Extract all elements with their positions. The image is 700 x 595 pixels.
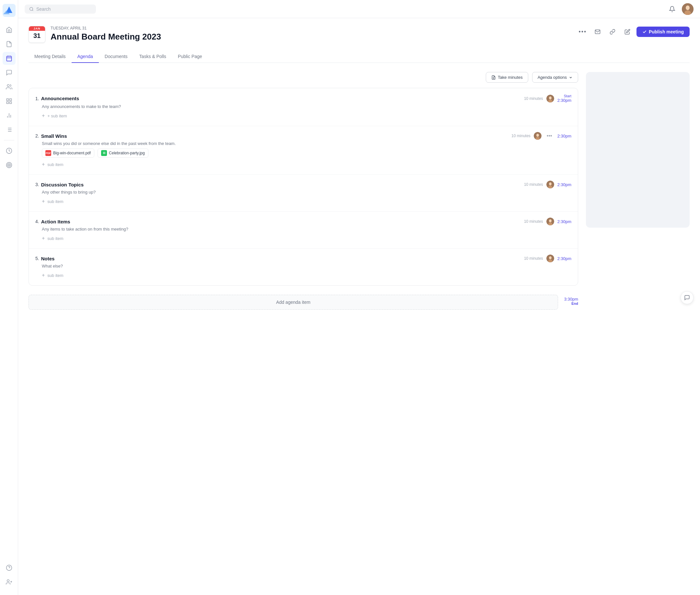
end-time: 3:30pm: [562, 297, 578, 302]
more-options-button[interactable]: •••: [577, 26, 588, 38]
tab-documents[interactable]: Documents: [99, 51, 133, 63]
agenda-item-2: 2. Small Wins 10 minutes: [29, 126, 578, 175]
agenda-item-3-header: 3. Discussion Topics 10 minutes: [35, 180, 571, 189]
item-1-title: Announcements: [41, 96, 524, 101]
sidebar-item-docs[interactable]: [3, 38, 16, 51]
item-5-number: 5.: [35, 256, 39, 261]
email-button[interactable]: [592, 26, 603, 38]
agenda-panel: Take minutes Agenda options 1. Announcem…: [29, 72, 578, 312]
attachment-pdf[interactable]: PDF Big-win-document.pdf: [42, 148, 94, 158]
topbar-right: [666, 3, 694, 15]
attachment-img[interactable]: 🖼 Celebration-party.jpg: [97, 148, 148, 158]
agenda-item-2-header: 2. Small Wins 10 minutes: [35, 132, 571, 140]
item-5-desc: What else?: [42, 264, 571, 268]
svg-point-23: [7, 163, 11, 167]
end-time-block: 3:30pm End: [562, 297, 578, 306]
search-icon: [29, 7, 34, 11]
meeting-actions: ••• Publish meeting: [577, 26, 690, 38]
svg-point-33: [686, 5, 690, 10]
agenda-options-button[interactable]: Agenda options: [532, 72, 578, 83]
calendar-day: 31: [29, 31, 45, 41]
notification-bell[interactable]: [666, 3, 678, 15]
item-3-add-sub-item[interactable]: + sub item: [35, 197, 571, 205]
agenda-list: 1. Announcements 10 minutes: [29, 88, 578, 286]
topbar: Search: [18, 0, 700, 18]
attachment-img-name: Celebration-party.jpg: [109, 151, 145, 155]
item-1-desc: Any announcements to make to the team?: [42, 104, 571, 109]
main-layout: Take minutes Agenda options 1. Announcem…: [29, 72, 690, 312]
item-2-more-button[interactable]: •••: [545, 132, 554, 139]
end-label: End: [562, 302, 578, 306]
search-box[interactable]: Search: [25, 4, 96, 13]
svg-point-30: [30, 7, 33, 10]
calendar-month: JAN: [29, 26, 45, 31]
sidebar-item-time[interactable]: [3, 144, 16, 157]
tab-meeting-details[interactable]: Meeting Details: [29, 51, 72, 63]
sidebar-divider: [4, 140, 14, 140]
sidebar-item-home[interactable]: [3, 23, 16, 36]
item-4-duration: 10 minutes: [524, 219, 543, 224]
edit-button[interactable]: [621, 26, 633, 38]
meeting-header: JAN 31 TUESDAY, APRIL 31 Annual Board Me…: [29, 26, 690, 43]
comment-fab-button[interactable]: [680, 291, 694, 304]
sidebar-item-reports[interactable]: [3, 109, 16, 122]
svg-point-27: [7, 580, 9, 582]
sidebar-item-calendar[interactable]: [3, 52, 16, 65]
sidebar-item-people[interactable]: [3, 80, 16, 93]
calendar-date-icon: JAN 31: [29, 26, 45, 43]
attachment-pdf-name: Big-win-document.pdf: [53, 151, 91, 155]
main-content: Search JAN 31 TUESDAY, APRIL 31: [18, 0, 700, 595]
svg-point-44: [549, 182, 552, 186]
svg-rect-9: [9, 99, 11, 101]
tab-public-page[interactable]: Public Page: [172, 51, 208, 63]
sidebar-item-target[interactable]: [3, 159, 16, 172]
agenda-options-label: Agenda options: [538, 75, 567, 80]
item-2-attachments: PDF Big-win-document.pdf 🖼 Celebration-p…: [42, 148, 571, 158]
item-5-title: Notes: [41, 256, 524, 261]
item-5-avatar: [546, 255, 554, 262]
take-minutes-label: Take minutes: [498, 75, 523, 80]
sidebar-item-add-user[interactable]: [3, 575, 16, 589]
publish-meeting-button[interactable]: Publish meeting: [637, 27, 690, 37]
meeting-date: TUESDAY, APRIL 31: [51, 26, 577, 30]
svg-point-50: [549, 256, 552, 259]
item-1-start-label: Start: [557, 94, 571, 98]
svg-point-47: [549, 220, 552, 222]
item-2-duration: 10 minutes: [511, 134, 530, 138]
tab-tasks-polls[interactable]: Tasks & Polls: [133, 51, 172, 63]
chevron-down-icon: [569, 76, 573, 80]
publish-label: Publish meeting: [649, 29, 684, 34]
svg-point-41: [536, 134, 539, 137]
link-button[interactable]: [607, 26, 618, 38]
item-2-add-sub-item[interactable]: + sub item: [35, 160, 571, 169]
item-4-add-sub-item[interactable]: + sub item: [35, 234, 571, 243]
sidebar-item-support[interactable]: [3, 561, 16, 574]
agenda-item-1: 1. Announcements 10 minutes: [29, 88, 578, 126]
item-2-title: Small Wins: [41, 133, 511, 139]
sidebar-item-list[interactable]: [3, 123, 16, 136]
item-3-avatar: [546, 180, 554, 189]
item-2-number: 2.: [35, 133, 39, 138]
item-4-meta: 10 minutes 2:30pm: [524, 218, 571, 225]
agenda-item-3: 3. Discussion Topics 10 minutes: [29, 175, 578, 212]
sidebar-item-board[interactable]: [3, 95, 16, 108]
app-logo[interactable]: [3, 4, 16, 17]
minutes-icon: [491, 75, 496, 80]
tab-agenda[interactable]: Agenda: [72, 51, 99, 63]
take-minutes-button[interactable]: Take minutes: [486, 72, 528, 83]
item-3-duration: 10 minutes: [524, 182, 543, 187]
sidebar-item-chat[interactable]: [3, 66, 16, 79]
meeting-tabs: Meeting Details Agenda Documents Tasks &…: [29, 51, 690, 63]
item-3-time: 2:30pm: [557, 182, 571, 187]
notes-panel: [586, 72, 690, 228]
item-1-add-sub-item[interactable]: + + sub item: [35, 112, 571, 120]
img-icon: 🖼: [101, 150, 107, 156]
item-4-avatar: [546, 218, 554, 225]
agenda-item-4-header: 4. Action Items 10 minutes: [35, 218, 571, 225]
item-5-add-sub-item[interactable]: + sub item: [35, 271, 571, 280]
svg-rect-8: [6, 99, 8, 101]
add-agenda-item-button[interactable]: Add agenda item: [29, 295, 558, 310]
user-avatar[interactable]: [682, 3, 694, 15]
add-agenda-row: Add agenda item 3:30pm End: [29, 289, 578, 312]
item-1-duration: 10 minutes: [524, 96, 543, 101]
